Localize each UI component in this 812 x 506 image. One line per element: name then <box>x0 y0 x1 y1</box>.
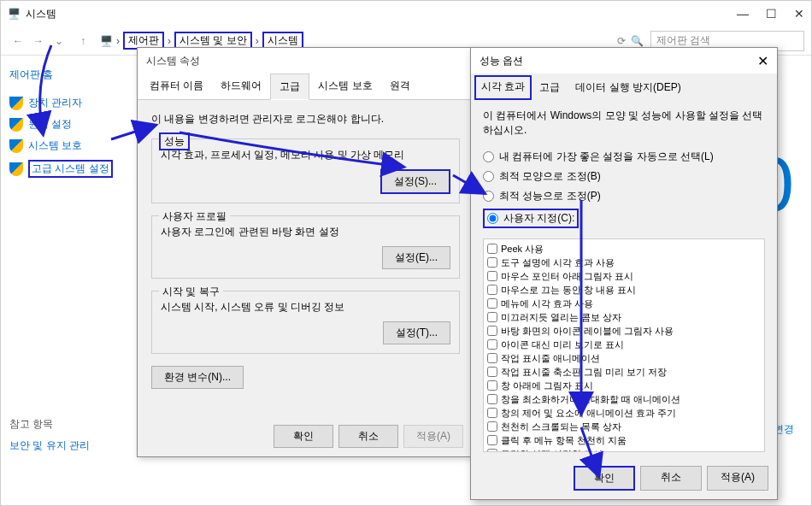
check-label: 창을 최소화하거나 최대화할 때 애니메이션 <box>501 393 680 406</box>
radio-input[interactable] <box>483 191 494 202</box>
checkbox[interactable] <box>487 257 497 268</box>
checkbox[interactable] <box>487 326 497 336</box>
checkbox[interactable] <box>487 312 497 322</box>
check-label: 투명한 선택 사각형 표시 <box>501 448 603 452</box>
check-row[interactable]: 메뉴에 시각 효과 사용 <box>487 297 761 310</box>
checkbox[interactable] <box>487 298 497 309</box>
group-legend: 성능 <box>159 132 190 150</box>
checkbox[interactable] <box>487 285 497 295</box>
check-row[interactable]: 창의 제어 및 요소에 애니메이션 효과 주기 <box>487 407 761 420</box>
tab-computer-name[interactable]: 컴퓨터 이름 <box>141 74 212 99</box>
tab-remote[interactable]: 원격 <box>381 74 419 99</box>
check-row[interactable]: 창을 최소화하거나 최대화할 때 애니메이션 <box>487 393 761 406</box>
sidebar-item-label: 원격 설정 <box>28 117 72 132</box>
group-startup: 시작 및 복구 시스템 시작, 시스템 오류 및 디버깅 정보 설정(T)... <box>151 291 460 354</box>
ok-button[interactable]: 확인 <box>574 466 635 491</box>
checkbox[interactable] <box>487 394 497 404</box>
check-row[interactable]: 클릭 후 메뉴 항목 천천히 지움 <box>487 434 761 447</box>
check-label: Peek 사용 <box>501 243 544 256</box>
check-row[interactable]: 작업 표시줄 애니메이션 <box>487 352 761 365</box>
cancel-button[interactable]: 취소 <box>640 466 702 491</box>
check-row[interactable]: 마우스로 끄는 동안 창 내용 표시 <box>487 284 761 297</box>
effects-checklist[interactable]: Peek 사용도구 설명에 시각 효과 사용마우스 포인터 아래 그림자 표시마… <box>483 238 765 452</box>
tab-advanced2[interactable]: 고급 <box>532 75 568 100</box>
check-row[interactable]: 미끄러지듯 열리는 콤보 상자 <box>487 311 761 324</box>
shield-icon <box>9 118 23 132</box>
checkbox[interactable] <box>487 271 497 281</box>
search-placeholder: 제어판 검색 <box>656 33 710 48</box>
check-row[interactable]: 창 아래에 그림자 표시 <box>487 380 761 392</box>
checkbox[interactable] <box>487 244 497 254</box>
checkbox[interactable] <box>487 353 497 363</box>
check-label: 창의 제어 및 요소에 애니메이션 효과 주기 <box>501 407 676 420</box>
group-desc: 사용자 로그인에 관련된 바탕 화면 설정 <box>161 225 450 239</box>
checkbox[interactable] <box>487 449 497 452</box>
close-button[interactable]: ✕ <box>794 7 804 21</box>
check-row[interactable]: 투명한 선택 사각형 표시 <box>487 448 761 452</box>
minimize-button[interactable]: — <box>737 7 749 21</box>
check-row[interactable]: 도구 설명에 시각 효과 사용 <box>487 256 761 269</box>
check-label: 메뉴에 시각 효과 사용 <box>501 297 593 310</box>
tab-dep[interactable]: 데이터 실행 방지(DEP) <box>568 75 688 100</box>
dialog2-title: 성능 옵션 <box>480 54 523 68</box>
env-vars-button[interactable]: 환경 변수(N)... <box>151 366 244 389</box>
check-label: 마우스로 끄는 동안 창 내용 표시 <box>501 284 636 297</box>
nav-up[interactable]: ↑ <box>73 31 93 51</box>
checkbox[interactable] <box>487 380 497 391</box>
shield-icon <box>9 97 23 110</box>
nav-forward[interactable]: → <box>28 31 49 51</box>
cancel-button[interactable]: 취소 <box>338 425 398 448</box>
shield-icon <box>9 162 23 176</box>
tab-advanced[interactable]: 고급 <box>270 74 309 100</box>
apply-button[interactable]: 적용(A) <box>707 466 768 491</box>
radio-input[interactable] <box>483 151 494 162</box>
maximize-button[interactable]: ☐ <box>766 7 777 21</box>
check-label: 창 아래에 그림자 표시 <box>501 380 593 392</box>
sidebar-item-label: 장치 관리자 <box>28 96 82 110</box>
check-row[interactable]: 마우스 포인터 아래 그림자 표시 <box>487 270 761 283</box>
tab-protection[interactable]: 시스템 보호 <box>309 74 380 99</box>
sidebar-item-label: 고급 시스템 설정 <box>28 160 113 178</box>
check-row[interactable]: 바탕 화면의 아이콘 레이블에 그림자 사용 <box>487 325 761 338</box>
radio-custom[interactable]: 사용자 지정(C): <box>483 209 579 228</box>
tab-hardware[interactable]: 하드웨어 <box>212 74 270 99</box>
checkbox[interactable] <box>487 421 497 432</box>
check-row[interactable]: 천천히 스크롤되는 목록 상자 <box>487 421 761 433</box>
dialog2-tabs: 시각 효과 고급 데이터 실행 방지(DEP) <box>471 74 777 100</box>
check-row[interactable]: Peek 사용 <box>487 243 761 256</box>
sidebar-item-remote[interactable]: 원격 설정 <box>9 117 121 132</box>
see-also-item[interactable]: 보안 및 유지 관리 <box>9 438 121 453</box>
check-label: 도구 설명에 시각 효과 사용 <box>501 256 615 269</box>
checkbox[interactable] <box>487 339 497 350</box>
radio-input[interactable] <box>483 171 494 182</box>
check-label: 천천히 스크롤되는 목록 상자 <box>501 421 621 433</box>
checkbox[interactable] <box>487 367 497 377</box>
check-label: 클릭 후 메뉴 항목 천천히 지움 <box>501 434 627 447</box>
sidebar-item-device-manager[interactable]: 장치 관리자 <box>9 96 121 110</box>
checkbox[interactable] <box>487 435 497 445</box>
tab-visual-effects[interactable]: 시각 효과 <box>474 75 532 100</box>
check-label: 마우스 포인터 아래 그림자 표시 <box>501 270 633 283</box>
window-title: 시스템 <box>26 7 737 21</box>
radio-auto[interactable]: 내 컴퓨터에 가장 좋은 설정을 자동으로 선택(L) <box>483 150 765 164</box>
ok-button[interactable]: 확인 <box>274 425 333 448</box>
close-icon[interactable]: ✕ <box>757 53 768 69</box>
nav-history[interactable]: ⌄ <box>49 31 69 51</box>
refresh-icon[interactable]: ⟳ <box>617 35 626 47</box>
apply-button[interactable]: 적용(A) <box>403 425 463 448</box>
settings-button-profile[interactable]: 설정(E)... <box>382 246 450 269</box>
checkbox[interactable] <box>487 408 497 418</box>
radio-input[interactable] <box>487 213 498 224</box>
radio-performance[interactable]: 최적 성능으로 조정(P) <box>483 189 765 203</box>
sidebar-item-advanced[interactable]: 고급 시스템 설정 <box>9 160 121 178</box>
radio-appearance[interactable]: 최적 모양으로 조정(B) <box>483 169 765 184</box>
settings-button-performance[interactable]: 설정(S)... <box>380 169 450 194</box>
control-panel-home[interactable]: 제어판 홈 <box>9 68 121 82</box>
sidebar-item-protection[interactable]: 시스템 보호 <box>9 138 121 153</box>
group-user-profile: 사용자 프로필 사용자 로그인에 관련된 바탕 화면 설정 설정(E)... <box>151 215 460 279</box>
nav-back[interactable]: ← <box>8 31 28 51</box>
check-row[interactable]: 아이콘 대신 미리 보기로 표시 <box>487 338 761 351</box>
check-row[interactable]: 작업 표시줄 축소판 그림 미리 보기 저장 <box>487 366 761 379</box>
radio-label: 사용자 지정(C): <box>503 211 574 226</box>
settings-button-startup[interactable]: 설정(T)... <box>383 321 450 344</box>
